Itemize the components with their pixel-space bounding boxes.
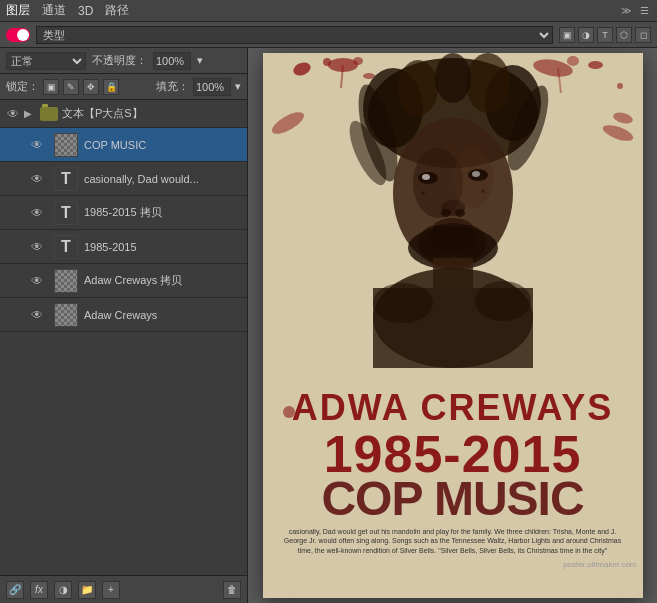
svg-point-10 bbox=[485, 65, 541, 141]
svg-point-39 bbox=[450, 150, 456, 156]
svg-point-18 bbox=[413, 148, 463, 218]
group-folder-icon bbox=[40, 107, 58, 121]
group-name: 文本【P大点S】 bbox=[62, 106, 243, 121]
tab-3d[interactable]: 3D bbox=[78, 4, 93, 18]
layer-eye-icon[interactable]: 👁 bbox=[28, 136, 46, 154]
expand-icon[interactable]: ≫ bbox=[619, 4, 633, 18]
splatter-decor bbox=[363, 73, 375, 79]
svg-point-21 bbox=[468, 169, 488, 181]
svg-point-14 bbox=[350, 81, 405, 185]
filter-toggle[interactable] bbox=[6, 28, 30, 42]
poster-watermark: poster.ultimaker.com bbox=[263, 560, 643, 571]
filter-shape-icon[interactable]: ⬡ bbox=[616, 27, 632, 43]
opacity-input[interactable] bbox=[153, 52, 191, 70]
add-mask-icon[interactable]: ◑ bbox=[54, 581, 72, 599]
delete-layer-icon[interactable]: 🗑 bbox=[223, 581, 241, 599]
layer-name-label: Adaw Creways bbox=[84, 309, 243, 321]
svg-point-15 bbox=[499, 81, 556, 175]
svg-point-1 bbox=[353, 57, 363, 65]
opacity-label: 不透明度： bbox=[92, 53, 147, 68]
lock-pixel-icon[interactable]: ▣ bbox=[43, 79, 59, 95]
layer-thumbnail: T bbox=[54, 235, 78, 259]
layer-eye-icon[interactable]: 👁 bbox=[28, 306, 46, 324]
svg-rect-32 bbox=[433, 258, 473, 288]
fill-dropdown[interactable]: ▾ bbox=[235, 80, 241, 93]
layer-item[interactable]: 👁 T casionally, Dad would... bbox=[0, 162, 247, 196]
fill-input[interactable] bbox=[193, 78, 231, 96]
svg-rect-34 bbox=[373, 288, 533, 368]
filter-adjust-icon[interactable]: ◑ bbox=[578, 27, 594, 43]
filter-pixel-icon[interactable]: ▣ bbox=[559, 27, 575, 43]
svg-point-20 bbox=[418, 172, 438, 184]
fill-label: 填充： bbox=[156, 79, 189, 94]
svg-point-3 bbox=[531, 57, 573, 80]
blend-mode-select[interactable]: 正常 bbox=[6, 52, 86, 70]
layer-item[interactable]: 👁 Adaw Creways 拷贝 bbox=[0, 264, 247, 298]
filter-smart-icon[interactable]: ◻ bbox=[635, 27, 651, 43]
new-layer-icon[interactable]: + bbox=[102, 581, 120, 599]
lock-draw-icon[interactable]: ✎ bbox=[63, 79, 79, 95]
svg-point-31 bbox=[450, 225, 486, 261]
svg-point-7 bbox=[600, 122, 634, 144]
svg-point-35 bbox=[373, 283, 433, 323]
splatter-decor bbox=[588, 61, 603, 69]
layer-thumbnail: T bbox=[54, 201, 78, 225]
menu-icon[interactable]: ☰ bbox=[637, 4, 651, 18]
lock-label: 锁定： bbox=[6, 79, 39, 94]
svg-point-8 bbox=[368, 58, 538, 168]
panel-tabs: 图层 通道 3D 路径 ≫ ☰ bbox=[0, 0, 657, 22]
panel-bottom-bar: 🔗 fx ◑ 📁 + 🗑 bbox=[0, 575, 247, 603]
layer-name-label: 1985-2015 拷贝 bbox=[84, 205, 243, 220]
svg-point-0 bbox=[328, 58, 358, 72]
layer-item[interactable]: 👁 T 1985-2015 拷贝 bbox=[0, 196, 247, 230]
svg-line-2 bbox=[341, 65, 343, 88]
new-group-icon[interactable]: 📁 bbox=[78, 581, 96, 599]
svg-point-28 bbox=[428, 223, 478, 253]
svg-point-12 bbox=[466, 53, 510, 113]
svg-point-30 bbox=[418, 225, 458, 261]
svg-point-38 bbox=[481, 189, 485, 193]
svg-point-29 bbox=[408, 226, 498, 270]
layer-item[interactable]: 👁 COP MUSIC bbox=[0, 128, 247, 162]
filter-type-select[interactable]: 类型 bbox=[36, 26, 553, 44]
layer-item[interactable]: 👁 T 1985-2015 bbox=[0, 230, 247, 264]
tab-paths[interactable]: 路径 bbox=[105, 2, 129, 19]
svg-point-22 bbox=[422, 174, 430, 180]
artist-name: ADWA CREWAYS bbox=[263, 388, 643, 428]
link-layers-icon[interactable]: 🔗 bbox=[6, 581, 24, 599]
splatter-decor bbox=[612, 111, 634, 126]
svg-point-37 bbox=[421, 191, 425, 195]
layer-name-label: COP MUSIC bbox=[84, 139, 243, 151]
layer-eye-icon[interactable]: 👁 bbox=[28, 204, 46, 222]
group-arrow-icon[interactable]: ▶ bbox=[24, 108, 36, 119]
svg-line-5 bbox=[558, 68, 561, 93]
svg-point-25 bbox=[441, 209, 451, 217]
lock-move-icon[interactable]: ✥ bbox=[83, 79, 99, 95]
svg-point-13 bbox=[435, 53, 471, 103]
group-eye-icon[interactable]: 👁 bbox=[4, 105, 22, 123]
poster-cop-music: COP MUSIC bbox=[263, 475, 643, 523]
tab-channels[interactable]: 通道 bbox=[42, 2, 66, 19]
lock-all-icon[interactable]: 🔒 bbox=[103, 79, 119, 95]
layer-eye-icon[interactable]: 👁 bbox=[28, 272, 46, 290]
tab-layers[interactable]: 图层 bbox=[6, 2, 30, 19]
main-area: 正常 不透明度： ▾ 锁定： ▣ ✎ ✥ 🔒 填充： ▾ 👁 ▶ 文本【P大点S… bbox=[0, 48, 657, 603]
svg-point-23 bbox=[472, 171, 480, 177]
opacity-dropdown[interactable]: ▾ bbox=[197, 54, 203, 67]
fx-icon[interactable]: fx bbox=[30, 581, 48, 599]
layer-name-label: Adaw Creways 拷贝 bbox=[84, 273, 243, 288]
layer-item[interactable]: 👁 Adaw Creways bbox=[0, 298, 247, 332]
layer-eye-icon[interactable]: 👁 bbox=[28, 170, 46, 188]
layer-group[interactable]: 👁 ▶ 文本【P大点S】 bbox=[0, 100, 247, 128]
splatter-decor bbox=[323, 58, 331, 66]
poster-bottom-text: ADWA CREWAYS 1985-2015 COP MUSIC casiona… bbox=[263, 378, 643, 598]
svg-point-19 bbox=[453, 148, 493, 208]
svg-point-36 bbox=[475, 281, 531, 321]
svg-point-33 bbox=[373, 268, 533, 368]
layer-eye-icon[interactable]: 👁 bbox=[28, 238, 46, 256]
svg-point-26 bbox=[455, 209, 465, 217]
svg-point-24 bbox=[441, 200, 465, 216]
filter-text-icon[interactable]: T bbox=[597, 27, 613, 43]
layer-thumbnail bbox=[54, 133, 78, 157]
svg-point-17 bbox=[393, 118, 513, 268]
